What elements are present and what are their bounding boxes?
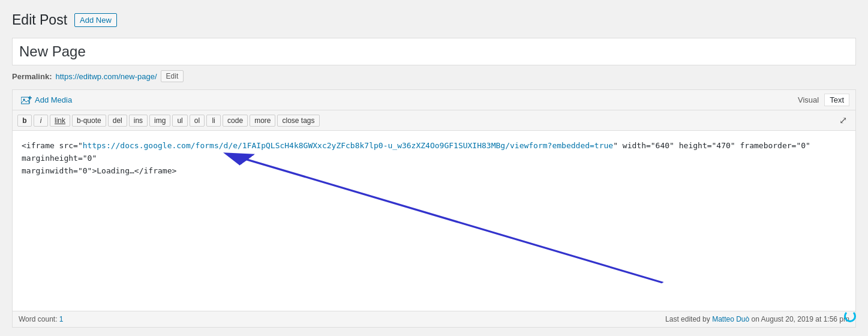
toolbar-btn-b[interactable]: b — [17, 115, 32, 127]
toolbar-btn-ul[interactable]: ul — [172, 115, 187, 127]
toolbar-btn-bquote[interactable]: b-quote — [72, 115, 106, 127]
word-count: Word count: 1 — [19, 315, 64, 323]
post-title-input[interactable] — [12, 38, 856, 65]
tab-visual[interactable]: Visual — [792, 94, 824, 106]
fullscreen-button[interactable]: ⤢ — [836, 113, 851, 127]
add-media-icon — [21, 96, 32, 104]
toolbar-btn-link[interactable]: link — [50, 115, 70, 127]
toolbar-btn-li[interactable]: li — [206, 115, 221, 127]
last-edited-label: Last edited by — [665, 315, 710, 323]
toolbar-btn-ins[interactable]: ins — [129, 115, 148, 127]
word-count-label: Word count: — [19, 315, 57, 323]
add-media-label: Add Media — [35, 95, 72, 104]
annotation-arrow — [13, 131, 855, 311]
toolbar-btn-i[interactable]: i — [34, 115, 48, 127]
svg-line-4 — [235, 156, 663, 283]
editor-footer: Word count: 1 Last edited by Matteo Duò … — [13, 311, 855, 327]
permalink-url[interactable]: https://editwp.com/new-page/ — [55, 72, 157, 81]
toolbar-btn-more[interactable]: more — [250, 115, 275, 127]
toolbar-btn-ol[interactable]: ol — [190, 115, 205, 127]
add-media-button[interactable]: Add Media — [19, 94, 74, 106]
view-tabs: Visual Text — [792, 94, 849, 106]
toolbar-btn-img[interactable]: img — [149, 115, 170, 127]
editor-content-area[interactable]: <iframe src="https://docs.google.com/for… — [13, 131, 855, 311]
last-edited: Last edited by Matteo Duò on August 20, … — [665, 315, 849, 323]
editor-toolbar: b i link b-quote del ins img ul ol li co… — [13, 110, 855, 131]
word-count-value: 1 — [59, 315, 64, 323]
toolbar-btn-del[interactable]: del — [108, 115, 127, 127]
spinner — [844, 310, 856, 324]
page-title: Edit Post — [12, 12, 67, 28]
toolbar-btn-close-tags[interactable]: close tags — [277, 115, 319, 127]
add-new-button[interactable]: Add New — [74, 13, 117, 27]
editor-name-link[interactable]: Matteo Duò — [712, 315, 749, 323]
tab-text[interactable]: Text — [824, 94, 849, 106]
toolbar-btn-code[interactable]: code — [223, 115, 248, 127]
editor-code: <iframe src="https://docs.google.com/for… — [22, 141, 810, 175]
last-edited-date: on August 20, 2019 at 1:56 pm — [752, 315, 849, 323]
editor-top-bar: Add Media Visual Text — [13, 90, 855, 110]
permalink-label: Permalink: — [12, 72, 52, 81]
permalink-edit-button[interactable]: Edit — [161, 70, 184, 82]
editor-wrap: Add Media Visual Text b i link b-quote d… — [12, 89, 856, 328]
